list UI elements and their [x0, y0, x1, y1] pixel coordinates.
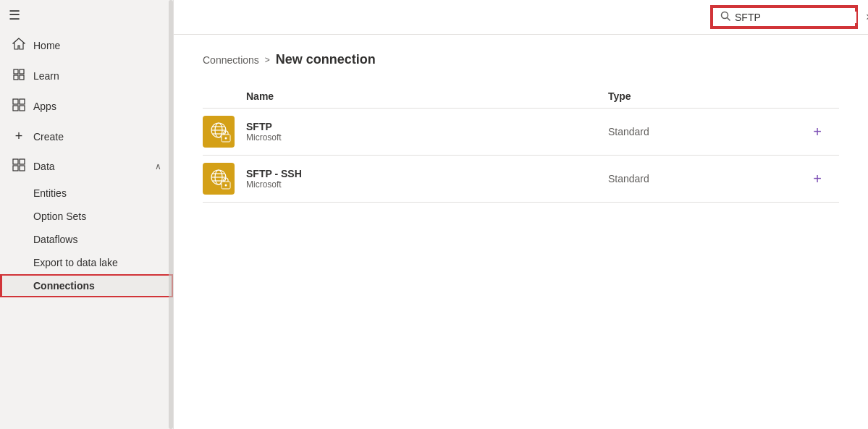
create-icon: + — [12, 129, 26, 144]
table-row: SFTP - SSH Microsoft Standard + — [203, 156, 839, 203]
svg-point-29 — [225, 184, 227, 187]
sidebar-item-learn[interactable]: Learn — [0, 61, 173, 91]
sidebar-subitem-option-sets[interactable]: Option Sets — [0, 205, 173, 228]
sidebar-item-home[interactable]: Home — [0, 30, 173, 61]
connector-icon-sftp-ssh — [203, 163, 246, 195]
connector-publisher-sftp: Microsoft — [246, 132, 608, 143]
table-row: SFTP Microsoft Standard + — [203, 109, 839, 156]
connector-info-sftp: SFTP Microsoft — [246, 121, 608, 143]
content-area: Connections > New connection Name Type — [174, 35, 868, 429]
sidebar-scrollbar[interactable] — [169, 0, 173, 429]
sidebar-subitem-entities[interactable]: Entities — [0, 182, 173, 205]
svg-line-13 — [728, 18, 730, 21]
data-chevron-icon: ∧ — [155, 161, 161, 171]
sidebar-subitem-export-to-data-lake[interactable]: Export to data lake — [0, 251, 173, 274]
sidebar-top: ☰ — [0, 0, 173, 30]
svg-rect-8 — [13, 159, 18, 164]
svg-rect-1 — [20, 69, 24, 74]
svg-rect-5 — [20, 99, 25, 104]
sidebar-item-create[interactable]: + Create — [0, 122, 173, 151]
search-input[interactable] — [735, 12, 861, 23]
search-icon — [720, 11, 730, 23]
main-content: × Connections > New connection Name Type — [174, 0, 868, 429]
sidebar-item-label-create: Create — [33, 131, 161, 143]
table-header: Name Type — [203, 85, 839, 109]
breadcrumb-parent-link[interactable]: Connections — [203, 54, 259, 66]
connector-info-sftp-ssh: SFTP - SSH Microsoft — [246, 168, 608, 190]
svg-rect-4 — [13, 99, 18, 104]
svg-point-21 — [225, 137, 227, 140]
sidebar-item-data[interactable]: Data ∧ — [0, 151, 173, 182]
sidebar-item-apps[interactable]: Apps — [0, 91, 173, 122]
svg-rect-10 — [13, 166, 18, 171]
sidebar-item-label-learn: Learn — [33, 70, 161, 82]
connector-type-sftp: Standard — [608, 126, 796, 137]
apps-icon — [12, 98, 26, 114]
sidebar-item-label-apps: Apps — [33, 101, 161, 112]
breadcrumb-separator: > — [265, 55, 270, 65]
sidebar-subitem-connections[interactable]: Connections — [0, 274, 173, 297]
breadcrumb-current: New connection — [276, 52, 376, 67]
sidebar-item-label-home: Home — [33, 40, 161, 51]
home-icon — [12, 38, 26, 54]
hamburger-icon[interactable]: ☰ — [9, 7, 20, 23]
connector-icon-sftp — [203, 116, 246, 148]
connector-publisher-sftp-ssh: Microsoft — [246, 179, 608, 190]
col-icon-spacer — [203, 90, 246, 102]
connector-name-sftp-ssh: SFTP - SSH — [246, 168, 608, 179]
svg-rect-6 — [13, 106, 18, 111]
svg-rect-2 — [14, 75, 18, 80]
sidebar-subitem-dataflows[interactable]: Dataflows — [0, 228, 173, 251]
svg-rect-11 — [20, 166, 25, 171]
connector-type-sftp-ssh: Standard — [608, 173, 796, 184]
svg-rect-9 — [20, 159, 25, 164]
connector-name-sftp: SFTP — [246, 121, 608, 132]
search-box[interactable]: × — [712, 7, 856, 27]
add-connection-sftp-button[interactable]: + — [796, 124, 839, 140]
svg-rect-0 — [14, 69, 18, 74]
learn-icon — [12, 68, 26, 84]
col-type-header: Type — [608, 90, 796, 102]
col-action-header — [796, 90, 839, 102]
top-bar: × — [174, 0, 868, 35]
col-name-header: Name — [246, 90, 608, 102]
breadcrumb: Connections > New connection — [203, 52, 839, 67]
svg-rect-3 — [20, 75, 24, 80]
sidebar: ☰ Home Learn — [0, 0, 174, 429]
data-icon — [12, 158, 26, 174]
svg-rect-7 — [20, 106, 25, 111]
add-connection-sftp-ssh-button[interactable]: + — [796, 171, 839, 187]
sidebar-item-label-data: Data — [33, 161, 148, 172]
